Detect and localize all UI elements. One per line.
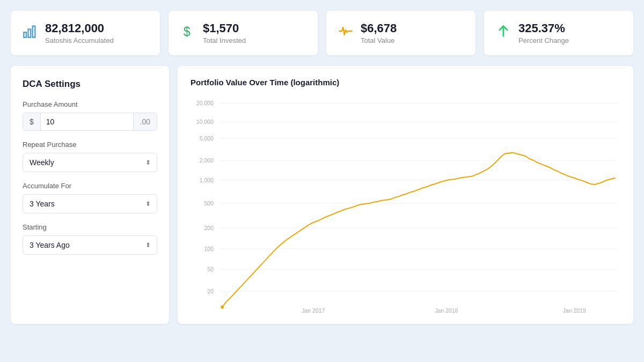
svg-text:50: 50 — [207, 266, 214, 272]
starting-select[interactable]: 1 Year Ago 2 Years Ago 3 Years Ago 4 Yea… — [23, 235, 157, 255]
accumulate-for-wrap: 1 Year 2 Years 3 Years 4 Years 5 Years ⬍ — [23, 194, 157, 213]
purchase-amount-suffix: .00 — [133, 113, 157, 130]
card-content-invested: $1,570 Total Invested — [203, 21, 246, 45]
accumulate-for-label: Accumulate For — [23, 182, 157, 190]
svg-text:$: $ — [184, 25, 191, 39]
purchase-amount-label: Purchase Amount — [23, 100, 157, 108]
purchase-amount-group: Purchase Amount $ .00 — [23, 100, 157, 131]
x-axis: Jan 2017 Jan 2018 Jan 2019 — [302, 307, 586, 314]
svg-rect-0 — [24, 33, 26, 38]
starting-label: Starting — [23, 223, 157, 231]
chart-start-dot — [221, 306, 224, 309]
card-satoshis: 82,812,000 Satoshis Accumulated — [11, 11, 160, 55]
chart-area: 20,000 10,000 5,000 2,000 1,000 500 200 … — [191, 95, 620, 315]
card-value-value: $6,678 — [361, 21, 397, 35]
purchase-amount-prefix: $ — [23, 113, 41, 130]
top-cards-section: 82,812,000 Satoshis Accumulated $ $1,570… — [11, 11, 633, 55]
svg-text:Jan 2017: Jan 2017 — [302, 307, 325, 314]
card-label-percent: Percent Change — [518, 36, 569, 45]
accumulate-for-group: Accumulate For 1 Year 2 Years 3 Years 4 … — [23, 182, 157, 213]
repeat-purchase-label: Repeat Purchase — [23, 141, 157, 149]
settings-title: DCA Settings — [23, 79, 157, 90]
svg-text:20: 20 — [207, 288, 214, 294]
svg-rect-2 — [33, 26, 35, 38]
svg-text:Jan 2018: Jan 2018 — [435, 307, 458, 314]
svg-text:500: 500 — [204, 200, 213, 206]
svg-text:5,000: 5,000 — [200, 135, 214, 142]
main-section: DCA Settings Purchase Amount $ .00 Repea… — [11, 66, 633, 324]
starting-group: Starting 1 Year Ago 2 Years Ago 3 Years … — [23, 223, 157, 255]
grid-lines — [218, 104, 618, 292]
svg-text:10,000: 10,000 — [196, 119, 214, 125]
svg-text:Jan 2019: Jan 2019 — [563, 307, 586, 314]
card-label-invested: Total Invested — [203, 36, 246, 45]
chart-title: Portfolio Value Over Time (logarithmic) — [191, 78, 620, 87]
purchase-amount-wrap: $ .00 — [23, 113, 157, 131]
card-percent: 325.37% Percent Change — [484, 11, 633, 55]
chart-svg: 20,000 10,000 5,000 2,000 1,000 500 200 … — [191, 95, 620, 315]
card-content-value: $6,678 Total Value — [361, 21, 397, 45]
svg-text:2,000: 2,000 — [200, 157, 214, 164]
arrow-up-icon — [496, 24, 511, 42]
card-label-value: Total Value — [361, 36, 397, 45]
card-label-satoshis: Satoshis Accumulated — [45, 36, 114, 45]
settings-panel: DCA Settings Purchase Amount $ .00 Repea… — [11, 66, 169, 324]
svg-text:20,000: 20,000 — [196, 100, 214, 106]
card-invested: $ $1,570 Total Invested — [169, 11, 318, 55]
card-value-percent: 325.37% — [518, 21, 569, 35]
card-value-invested: $1,570 — [203, 21, 246, 35]
starting-wrap: 1 Year Ago 2 Years Ago 3 Years Ago 4 Yea… — [23, 235, 157, 255]
dollar-icon: $ — [180, 24, 195, 42]
repeat-purchase-wrap: Weekly Daily Monthly ⬍ — [23, 153, 157, 172]
svg-text:100: 100 — [204, 246, 213, 252]
repeat-purchase-select[interactable]: Weekly Daily Monthly — [23, 153, 157, 172]
card-content-percent: 325.37% Percent Change — [518, 21, 569, 45]
chart-panel: Portfolio Value Over Time (logarithmic) … — [178, 66, 633, 324]
accumulate-for-select[interactable]: 1 Year 2 Years 3 Years 4 Years 5 Years — [23, 194, 157, 213]
bar-chart-icon — [23, 24, 38, 42]
pulse-icon — [338, 24, 353, 42]
purchase-amount-input[interactable] — [41, 113, 133, 130]
card-value-satoshis: 82,812,000 — [45, 21, 114, 35]
portfolio-line — [222, 153, 615, 307]
svg-rect-1 — [28, 29, 31, 38]
repeat-purchase-group: Repeat Purchase Weekly Daily Monthly ⬍ — [23, 141, 157, 172]
svg-text:1,000: 1,000 — [200, 177, 214, 183]
card-content-satoshis: 82,812,000 Satoshis Accumulated — [45, 21, 114, 45]
card-value: $6,678 Total Value — [326, 11, 475, 55]
svg-text:200: 200 — [204, 225, 213, 231]
y-axis: 20,000 10,000 5,000 2,000 1,000 500 200 … — [196, 100, 214, 294]
